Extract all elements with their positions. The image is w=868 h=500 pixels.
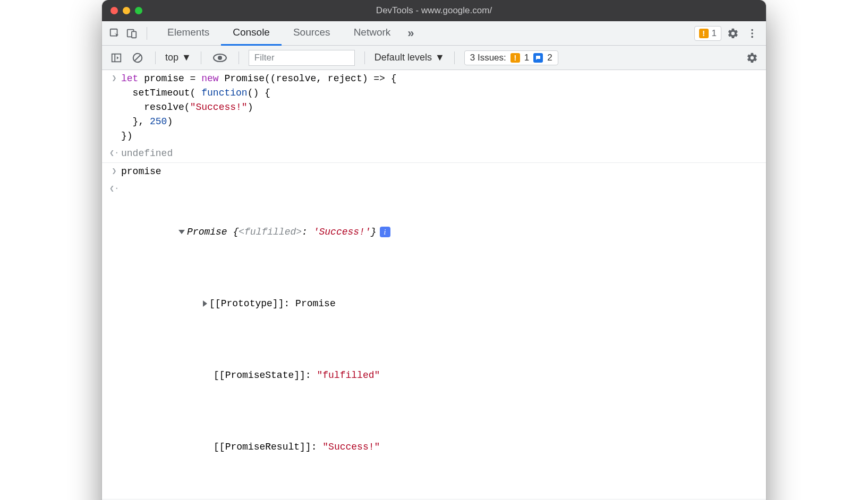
main-toolbar: Elements Console Sources Network » ! 1 (102, 21, 766, 46)
svg-point-4 (751, 32, 753, 35)
input-chevron-icon: ❯ (107, 165, 121, 179)
more-tabs-icon[interactable]: » (402, 27, 419, 40)
issues-box[interactable]: 3 Issues: ! 1 2 (464, 50, 558, 65)
output-value: undefined (121, 146, 761, 161)
svg-line-9 (135, 55, 141, 61)
console-code: promise (121, 165, 761, 179)
warning-icon: ! (699, 29, 709, 38)
divider (155, 51, 156, 64)
divider (147, 27, 147, 40)
tab-network[interactable]: Network (342, 21, 403, 46)
live-expression-icon[interactable] (211, 50, 229, 65)
divider (454, 51, 455, 64)
object-property: [[PromiseState]]: "fulfilled" (121, 354, 761, 397)
object-property[interactable]: [[Prototype]]: Promise (121, 282, 761, 325)
object-summary[interactable]: Promise {<fulfilled>: 'Success!'}i (121, 211, 761, 254)
svg-point-3 (751, 29, 753, 31)
close-button[interactable] (110, 7, 118, 14)
toggle-sidebar-icon[interactable] (108, 50, 124, 66)
object-property: [[PromiseResult]]: "Success!" (121, 426, 761, 469)
levels-label: Default levels (375, 52, 432, 63)
dropdown-icon: ▼ (435, 52, 445, 63)
issues-warn-count: 1 (524, 53, 529, 63)
more-menu-icon[interactable] (745, 26, 760, 41)
issues-label: 3 Issues: (470, 53, 506, 63)
svg-rect-6 (112, 54, 121, 62)
traffic-lights (110, 7, 142, 14)
panel-tabs: Elements Console Sources Network » (156, 21, 420, 46)
titlebar: DevTools - www.google.com/ (102, 0, 766, 21)
device-toggle-icon[interactable] (125, 27, 138, 40)
top-issue-count: 1 (712, 28, 717, 39)
devtools-window: DevTools - www.google.com/ Elements Cons… (102, 0, 766, 500)
tab-elements[interactable]: Elements (156, 21, 221, 46)
divider (201, 51, 201, 64)
console-output-row: ❮⋅ Promise {<fulfilled>: 'Success!'}i [[… (102, 180, 766, 499)
console-body: ❯ let promise = new Promise((resolve, re… (102, 70, 766, 500)
input-chevron-icon: ❯ (107, 72, 121, 143)
output-object[interactable]: Promise {<fulfilled>: 'Success!'}i [[Pro… (121, 182, 761, 497)
minimize-button[interactable] (123, 7, 130, 14)
tab-console[interactable]: Console (221, 21, 282, 46)
expand-icon[interactable] (178, 230, 185, 234)
inspect-icon[interactable] (108, 27, 121, 40)
top-issue-badge[interactable]: ! 1 (694, 26, 721, 41)
window-title: DevTools - www.google.com/ (102, 5, 766, 16)
console-input-row[interactable]: ❯ promise (102, 163, 766, 180)
output-chevron-icon: ❮⋅ (107, 146, 121, 161)
console-settings-icon[interactable] (745, 50, 760, 65)
expand-icon[interactable] (203, 300, 207, 307)
console-input-row[interactable]: ❯ let promise = new Promise((resolve, re… (102, 70, 766, 145)
divider (364, 51, 365, 64)
filter-input[interactable] (249, 50, 355, 66)
settings-icon[interactable] (726, 26, 741, 41)
svg-point-11 (218, 56, 222, 60)
console-output-row: ❮⋅ undefined (102, 145, 766, 163)
context-label: top (165, 52, 178, 63)
issues-info-count: 2 (547, 53, 552, 63)
svg-rect-2 (132, 31, 136, 38)
clear-console-icon[interactable] (130, 50, 146, 66)
console-toolbar: top ▼ Default levels ▼ 3 Issues: ! 1 2 (102, 46, 766, 70)
dropdown-icon: ▼ (182, 52, 191, 63)
context-select[interactable]: top ▼ (165, 52, 191, 63)
info-badge-icon[interactable]: i (380, 227, 390, 237)
divider (239, 51, 239, 64)
info-icon (533, 53, 543, 63)
log-levels-select[interactable]: Default levels ▼ (375, 52, 445, 63)
console-code: let promise = new Promise((resolve, reje… (121, 72, 761, 143)
warning-icon: ! (510, 53, 520, 63)
output-chevron-icon: ❮⋅ (107, 182, 121, 497)
maximize-button[interactable] (135, 7, 142, 14)
svg-point-5 (751, 36, 753, 38)
tab-sources[interactable]: Sources (282, 21, 342, 46)
